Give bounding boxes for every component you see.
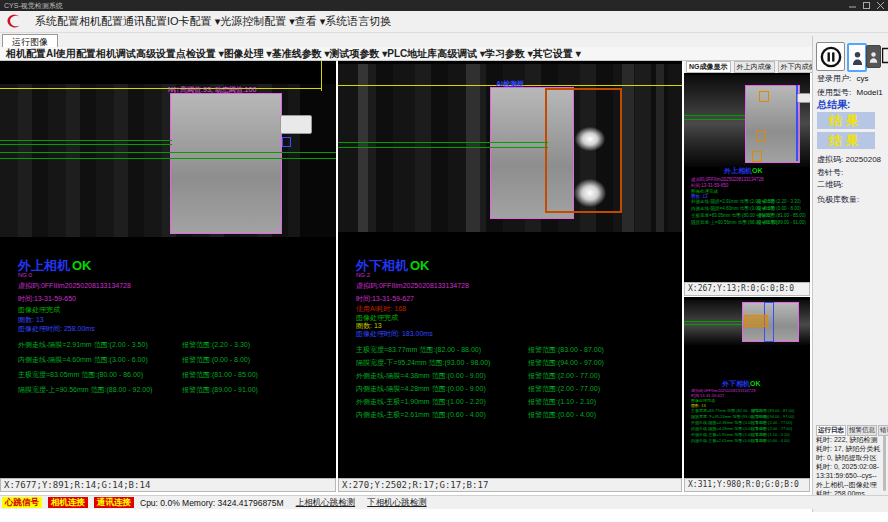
edge-green-line [338, 142, 548, 143]
alarm-range-text: 报警范围:(89.00 - 91.00) [757, 220, 806, 225]
process-done-text: 图像处理完成 [18, 305, 60, 315]
menu-item[interactable]: 通讯配置 [123, 15, 167, 27]
ng-count-text: NG:0 [18, 272, 32, 278]
window-close-icon[interactable] [875, 1, 886, 10]
exit-button[interactable] [881, 45, 888, 66]
title-bar: CYS-视觉检测系统 [0, 0, 888, 11]
toolbar-button[interactable]: 测试项参数 ▾ [329, 48, 387, 59]
ng-count-text: NG:2 [356, 272, 370, 278]
ng-view-tab[interactable]: NG成像显示 [686, 61, 731, 73]
measurement-row: 内侧走线-隔膜=4.60mm 范围:(3.00 - 6.00) 报警范围:(0.… [18, 355, 333, 370]
alarm-range-text: 报警范围:(0.00 - 8.00) [182, 355, 250, 365]
baseline-yellow-line [0, 88, 322, 89]
ng-view-bottom[interactable]: 外下相机OK 虚拟码:0FFIIim20250208133134728 时间:1… [684, 297, 810, 478]
toolbar-button[interactable]: AI使用配置 [46, 48, 96, 59]
window-maximize-icon[interactable] [861, 1, 872, 10]
gripper-connector [280, 115, 312, 134]
edge-green-line [684, 324, 742, 325]
edge-green-line [0, 144, 172, 145]
alarm-range-text: 报警范围:(89.00 - 91.00) [182, 385, 258, 395]
toolbar: 相机配置AI使用配置相机调试高级设置点检设置 ▾图像处理 ▾基准线参数 ▾测试项… [0, 47, 812, 61]
detect-blue-box [282, 137, 291, 147]
operator-button[interactable] [866, 45, 881, 68]
toolbar-button[interactable]: 高级设置 [136, 48, 176, 59]
menu-bar: 系统配置相机配置通讯配置IO卡配置 ▾光源控制配置 ▾查看 ▾系统语言切换 [0, 11, 888, 33]
toolbar-button[interactable]: PLC地址库 [387, 48, 437, 59]
result-badge-1: 结果 [817, 112, 875, 129]
toolbar-button[interactable]: 学习参数 ▾ [485, 48, 533, 59]
camera-name: 外上相机 [724, 167, 752, 174]
toolbar-button[interactable]: 点检设置 ▾ [176, 48, 224, 59]
measurement-list: 主极宽度=83.77mm 范围:(82.00 - 88.00) 报警范围:(83… [691, 408, 809, 444]
camera-view-lower-outer[interactable]: AI检测框 外下相机OK NG:2 虚拟码:0FFIIim20250208133… [338, 61, 682, 478]
cell-block [170, 93, 282, 234]
measurement-list: 外侧走线-隔膜=2.91mm 范围:(2.00 - 3.50) 报警范围:(2.… [691, 199, 809, 227]
edge-green-line [684, 321, 742, 322]
reflection-highlight [575, 127, 605, 151]
toolbar-button[interactable]: 相机配置 [6, 48, 46, 59]
upper-camera-heartbeat-link[interactable]: 上相机心跳检测 [296, 497, 356, 509]
camera-connect-badge: 相机连接 [48, 497, 88, 508]
measurement-row: 内侧走线-主极=2.61mm 范围:(0.60 - 4.00) 报警范围:(0.… [356, 410, 679, 423]
time-text: 时间:13-31-59-650 [18, 294, 76, 304]
camera-result-title: 外上相机OK [724, 166, 763, 176]
measurement-row: 内侧走线-隔膜=4.28mm 范围:(0.00 - 9.00) 报警范围:(2.… [356, 384, 679, 397]
measurement-row: 隔膜宽度-上=90.56mm 范围:(88.00 - 92.00) 报警范围:(… [18, 385, 333, 400]
toolbar-button[interactable]: 相机调试 [96, 48, 136, 59]
toolbar-button[interactable]: 基准线参数 ▾ [272, 48, 330, 59]
machine-bar [358, 64, 368, 232]
reflection-highlight [574, 179, 606, 207]
login-user-button[interactable] [847, 43, 867, 72]
ng-view-tab[interactable]: 外上内成像 [734, 61, 775, 73]
app-logo-icon [5, 13, 22, 30]
alarm-range-text: 报警范围:(83.00 - 87.00) [751, 408, 794, 413]
alarm-range-text: 报警范围:(2.00 - 77.00) [751, 426, 792, 431]
lower-camera-heartbeat-link[interactable]: 下相机心跳检测 [367, 497, 427, 509]
ok-badge: OK [410, 258, 430, 273]
edge-green-line [0, 158, 336, 159]
login-user-row: 登录用户: cys [817, 73, 868, 84]
menu-item[interactable]: 系统语言切换 [325, 15, 391, 27]
measurement-text: 内侧走线-主极=2.61mm 范围:(0.60 - 4.00) [356, 411, 486, 418]
ok-badge: OK [750, 380, 761, 387]
machine-bar [466, 64, 480, 232]
log-scrollbar[interactable] [883, 435, 886, 491]
menu-item[interactable]: 相机配置 [79, 15, 123, 27]
model-value: Model1 [856, 88, 882, 97]
machine-shadow [300, 84, 336, 237]
measurement-row: 内侧走线-隔膜=4.60mm 范围:(3.00 - 6.00) 报警范围:(0.… [691, 206, 809, 213]
menu-item[interactable]: 系统配置 [35, 15, 79, 27]
needle-label: 卷针号: [817, 167, 843, 178]
measurement-row: 外侧走线-主极=1.90mm 范围:(1.00 - 2.20) 报警范围:(1.… [356, 397, 679, 410]
pixel-status-ng-bottom: X:311;Y:980;R:0;G:0;B:0 [684, 478, 810, 492]
barcode-text: 虚拟码:0FFIIim20250208133134728 [356, 281, 469, 291]
total-result-label: 总结果: [817, 98, 850, 112]
menu-item[interactable]: IO卡配置 ▾ [167, 15, 220, 27]
camera-view-upper-outer[interactable]: N针高阈值:93, 动态阈值:100 外上相机OK NG:0 虚拟码:0FFII… [0, 61, 336, 478]
roi-threshold-label: N针高阈值:93, 动态阈值:100 [168, 85, 256, 95]
log-text[interactable]: 耗时: 222, 缺陷检测耗时: 17, 缺陷分类耗时: 0, 缺陷提取分区耗时… [816, 435, 882, 499]
toolbar-button[interactable]: 高级调试 ▾ [437, 48, 485, 59]
window-title: CYS-视觉检测系统 [4, 2, 63, 9]
measurement-text: 隔膜宽度-上=90.56mm 范围:(88.00 - 92.00) [18, 386, 152, 393]
cpu-memory-text: Cpu: 0.0% Memory: 3424.41796875M [140, 498, 284, 508]
window-minimize-icon[interactable] [847, 1, 858, 10]
machine-bar [622, 64, 634, 232]
barcode-row: 虚拟码: 20250208 [817, 154, 881, 165]
menu-item[interactable]: 光源控制配置 ▾ [220, 15, 295, 27]
toolbar-button[interactable]: 图像处理 ▾ [224, 48, 272, 59]
barcode-text: 虚拟码:0FFIIim20250208133134728 [691, 177, 764, 182]
measurement-row: 隔膜宽度-下=95.24mm 范围:(93.00 - 98.00) 报警范围:(… [356, 358, 679, 371]
alarm-range-text: 报警范围:(81.00 - 85.00) [182, 370, 258, 380]
menu-item[interactable]: 查看 ▾ [295, 15, 326, 27]
ng-view-top[interactable]: 外上相机OK 虚拟码:0FFIIim20250208133134728 时间:1… [684, 73, 810, 282]
pause-button[interactable] [816, 42, 845, 71]
toolbar-button[interactable]: 其它设置 ▾ [533, 48, 581, 59]
edge-green-line [684, 119, 745, 120]
model-row: 使用型号: Model1 [817, 87, 883, 98]
measurement-row: 主极宽度=83.77mm 范围:(82.00 - 88.00) 报警范围:(83… [356, 345, 679, 358]
edge-green-line [0, 152, 336, 153]
tab-row: 运行图像 [0, 33, 888, 47]
measurement-list: 外侧走线-隔膜=2.91mm 范围:(2.00 - 3.50) 报警范围:(2.… [18, 340, 333, 400]
ai-box-label: AI检测框 [496, 79, 524, 89]
